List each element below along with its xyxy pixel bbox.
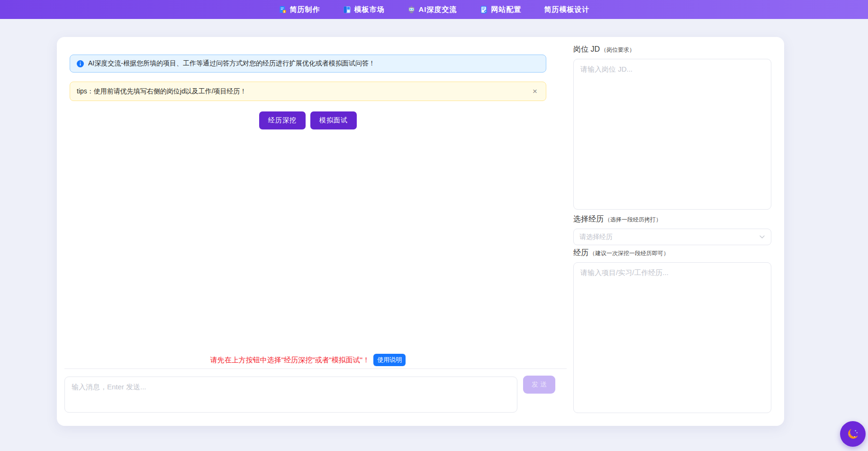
nav-item-resume-builder[interactable]: 简历制作 — [279, 5, 320, 14]
close-icon[interactable]: × — [531, 86, 539, 96]
mock-interview-button[interactable]: 模拟面试 — [310, 111, 357, 129]
site-config-icon — [480, 6, 488, 14]
nav-item-site-config[interactable]: 网站配置 — [480, 5, 522, 14]
nav-item-ai-chat[interactable]: AI深度交流 — [407, 5, 457, 14]
usage-guide-button[interactable]: 使用说明 — [373, 354, 406, 366]
nav-item-label: 网站配置 — [491, 5, 522, 14]
deep-dig-button[interactable]: 经历深挖 — [259, 111, 306, 129]
main-card: AI深度交流-根据您所填的项目、工作等通过问答方式对您的经历进行扩展优化或者模拟… — [57, 37, 784, 426]
template-icon — [343, 6, 351, 14]
nav-item-template-market[interactable]: 模板市场 — [343, 5, 385, 14]
top-navbar: 简历制作 模板市场 AI深度交流 网站配置 简历模板设计 — [0, 0, 868, 19]
info-alert: AI深度交流-根据您所填的项目、工作等通过问答方式对您的经历进行扩展优化或者模拟… — [70, 55, 546, 73]
hint-row: 请先在上方按钮中选择"经历深挖"或者"模拟面试"！ 使用说明 — [70, 354, 546, 366]
message-input[interactable] — [64, 377, 517, 413]
page: 简历制作 模板市场 AI深度交流 网站配置 简历模板设计 — [0, 0, 868, 451]
theme-toggle-button[interactable] — [840, 421, 866, 447]
chat-divider — [64, 368, 567, 369]
experience-select[interactable]: 请选择经历 — [573, 229, 771, 245]
nav-item-label: 模板市场 — [354, 5, 385, 14]
action-button-row: 经历深挖 模拟面试 — [70, 111, 546, 129]
chevron-down-icon — [759, 234, 765, 240]
tips-alert: tips：使用前请优先填写右侧的岗位jd以及工作/项目经历！ × — [70, 82, 546, 101]
nav-item-label: AI深度交流 — [419, 5, 457, 14]
moon-icon — [846, 427, 860, 441]
hint-text: 请先在上方按钮中选择"经历深挖"或者"模拟面试"！ — [210, 356, 370, 365]
experience-textarea[interactable] — [573, 262, 771, 413]
send-button[interactable]: 发 送 — [523, 376, 555, 394]
nav-item-template-design[interactable]: 简历模板设计 — [544, 5, 590, 14]
nav-item-label: 简历制作 — [290, 5, 320, 14]
sidebar: 岗位 JD （岗位要求） 选择经历 （选择一段经历拷打） 请选择经历 经历 （建… — [573, 37, 771, 426]
resume-icon — [279, 6, 287, 14]
select-experience-label: 选择经历 （选择一段经历拷打） — [573, 214, 661, 224]
jd-textarea[interactable] — [573, 59, 771, 210]
info-alert-text: AI深度交流-根据您所填的项目、工作等通过问答方式对您的经历进行扩展优化或者模拟… — [88, 59, 375, 68]
robot-icon — [407, 6, 416, 14]
tips-alert-text: tips：使用前请优先填写右侧的岗位jd以及工作/项目经历！ — [77, 87, 247, 96]
experience-label: 经历 （建议一次深挖一段经历即可） — [573, 248, 669, 258]
jd-label: 岗位 JD （岗位要求） — [573, 45, 635, 55]
nav-item-label: 简历模板设计 — [544, 5, 590, 14]
info-icon — [77, 60, 84, 67]
